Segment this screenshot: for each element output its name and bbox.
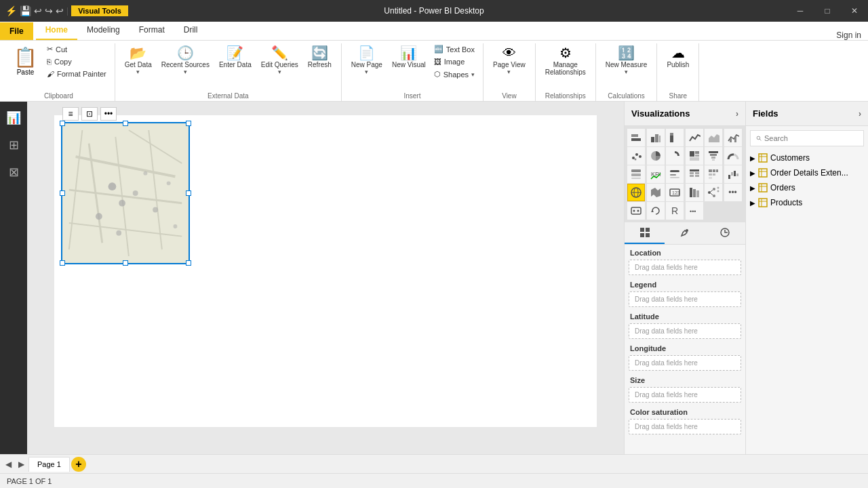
viz-more-icon[interactable]: ••• <box>724 184 742 201</box>
visual-more-icon[interactable]: ••• <box>100 107 117 121</box>
cut-button[interactable]: ✂ Cut <box>44 43 109 55</box>
undo-icon[interactable]: ↩ <box>34 5 42 16</box>
viz-analytics-tab[interactable] <box>705 222 745 244</box>
field-group-customers[interactable]: ▶ Customers <box>746 150 868 165</box>
viz-stacked-col-icon[interactable] <box>666 129 684 146</box>
tab-home[interactable]: Home <box>36 21 77 40</box>
text-box-button[interactable]: 🔤 Text Box <box>431 43 477 55</box>
viz-r-icon[interactable]: R <box>666 202 684 220</box>
page-view-icon: 👁 <box>502 46 516 60</box>
add-page-button[interactable]: + <box>71 457 86 472</box>
close-button[interactable]: ✕ <box>841 0 868 22</box>
viz-multirow-icon[interactable] <box>627 165 645 183</box>
field-group-order-details[interactable]: ▶ Order Details Exten... <box>746 165 868 180</box>
viz-waterfall-icon[interactable] <box>724 165 742 183</box>
longitude-drop[interactable]: Drag data fields here <box>629 355 741 371</box>
resize-handle-tm[interactable] <box>123 121 128 126</box>
undo2-icon[interactable]: ↩ <box>56 5 64 16</box>
sign-in-button[interactable]: Sign in <box>836 30 868 40</box>
fields-panel-collapse[interactable]: › <box>859 109 861 119</box>
edit-queries-button[interactable]: ✏️ Edit Queries ▾ <box>257 43 302 78</box>
viz-line-cluster-icon[interactable] <box>724 129 742 146</box>
viz-pie-icon[interactable] <box>647 147 665 165</box>
copy-button[interactable]: ⎘ Copy <box>44 56 109 67</box>
redo-icon[interactable]: ↪ <box>45 5 53 16</box>
visual-focus-icon[interactable]: ⊡ <box>81 107 98 121</box>
paste-button[interactable]: 📋 Paste <box>8 43 43 79</box>
shapes-button[interactable]: ⬡ Shapes ▾ <box>431 68 477 80</box>
canvas-area[interactable]: ≡ ⊡ ••• <box>27 102 624 454</box>
viz-custom1-icon[interactable]: ••• <box>686 202 703 220</box>
resize-handle-ml[interactable] <box>60 190 65 196</box>
get-data-button[interactable]: 📂 Get Data ▾ <box>121 43 156 78</box>
model-view-icon[interactable]: ⊠ <box>3 161 24 183</box>
viz-map-icon[interactable] <box>627 184 645 201</box>
resize-handle-mr[interactable] <box>186 190 191 196</box>
viz-kpi-icon[interactable]: KPI <box>647 165 665 183</box>
publish-button[interactable]: ☁ Publish <box>663 43 693 71</box>
location-drop[interactable]: Drag data fields here <box>629 260 741 275</box>
size-drop[interactable]: Drag data fields here <box>629 387 741 403</box>
new-measure-button[interactable]: 🔢 New Measure ▾ <box>601 43 652 78</box>
viz-slicer-icon[interactable] <box>666 165 684 183</box>
viz-filled-map-icon[interactable] <box>647 184 665 201</box>
viz-format-tab[interactable] <box>665 222 705 244</box>
page-next-button[interactable]: ▶ <box>16 460 27 469</box>
format-painter-button[interactable]: 🖌 Format Painter <box>44 68 109 79</box>
recent-sources-button[interactable]: 🕒 Recent Sources ▾ <box>157 43 214 78</box>
page-prev-button[interactable]: ◀ <box>3 460 14 469</box>
tab-modeling[interactable]: Modeling <box>77 21 130 40</box>
orders-label: Orders <box>770 183 795 192</box>
viz-decomp-tree-icon[interactable] <box>705 184 722 201</box>
viz-donut-icon[interactable] <box>666 147 684 165</box>
maximize-button[interactable]: □ <box>814 0 841 22</box>
tab-drill[interactable]: Drill <box>174 21 208 40</box>
svg-rect-18 <box>631 138 641 141</box>
viz-line-icon[interactable] <box>686 129 703 146</box>
page-view-button[interactable]: 👁 Page View ▾ <box>489 43 530 78</box>
viz-funnel-icon[interactable] <box>705 147 722 165</box>
resize-handle-bl[interactable] <box>60 260 65 266</box>
data-view-icon[interactable]: ⊞ <box>3 134 24 156</box>
viz-card-icon[interactable]: 123 <box>666 184 684 201</box>
new-page-button[interactable]: 📄 New Page ▾ <box>347 43 387 78</box>
viz-refresh-icon[interactable] <box>647 202 665 220</box>
minimize-button[interactable]: ─ <box>787 0 814 22</box>
search-input[interactable] <box>764 134 858 142</box>
enter-data-button[interactable]: 📝 Enter Data <box>215 43 256 71</box>
viz-matrix-icon[interactable] <box>705 165 722 183</box>
legend-drop[interactable]: Drag data fields here <box>629 291 741 307</box>
refresh-button[interactable]: 🔄 Refresh <box>304 43 336 71</box>
resize-handle-br[interactable] <box>186 260 191 266</box>
viz-ribbon-icon[interactable] <box>686 184 703 201</box>
viz-clustered-bar-icon[interactable] <box>647 129 665 146</box>
new-visual-button[interactable]: 📊 New Visual <box>388 43 430 71</box>
viz-stacked-bar-icon[interactable] <box>627 129 645 146</box>
map-visual-container[interactable]: ≡ ⊡ ••• <box>61 122 190 264</box>
manage-relationships-icon: ⚙ <box>559 46 572 60</box>
viz-gauge-icon[interactable] <box>724 147 742 165</box>
latitude-drop[interactable]: Drag data fields here <box>629 323 741 339</box>
field-group-products[interactable]: ▶ Products <box>746 195 868 210</box>
report-view-icon[interactable]: 📊 <box>3 107 24 129</box>
viz-table-icon[interactable] <box>686 165 703 183</box>
resize-handle-bm[interactable] <box>123 260 128 266</box>
external-data-label: External Data <box>121 89 336 101</box>
field-group-orders[interactable]: ▶ Orders <box>746 180 868 195</box>
viz-ai-icon[interactable] <box>627 202 645 220</box>
viz-fields-tab[interactable] <box>625 222 665 244</box>
viz-scatter-icon[interactable] <box>627 147 645 165</box>
visual-menu-icon[interactable]: ≡ <box>62 107 79 121</box>
visualizations-panel-collapse[interactable]: › <box>736 109 738 119</box>
image-button[interactable]: 🖼 Image <box>431 56 477 67</box>
resize-handle-tr[interactable] <box>186 121 191 126</box>
save-icon[interactable]: 💾 <box>20 5 31 16</box>
viz-treemap-icon[interactable] <box>686 147 703 165</box>
viz-area-icon[interactable] <box>705 129 722 146</box>
manage-relationships-button[interactable]: ⚙ Manage Relationships <box>541 43 590 79</box>
color-saturation-drop[interactable]: Drag data fields here <box>629 419 741 434</box>
page-tab-1[interactable]: Page 1 <box>28 457 70 472</box>
tab-file[interactable]: File <box>0 22 33 40</box>
resize-handle-tl[interactable] <box>60 121 65 126</box>
tab-format[interactable]: Format <box>130 21 174 40</box>
